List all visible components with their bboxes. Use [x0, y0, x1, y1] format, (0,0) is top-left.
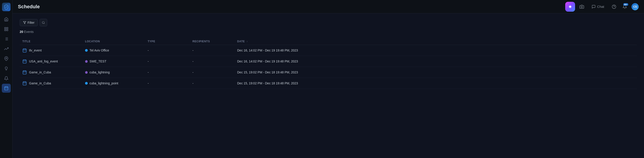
- cell-recipients-1: -: [190, 56, 234, 67]
- content-area: Filter 20 Events TITLE: [12, 14, 644, 158]
- cell-date-3: Dec 15, 19:02 PM - Dec 18 19:48 PM, 2023: [234, 78, 637, 89]
- cell-location-1: SWE_TEST: [82, 56, 145, 67]
- app-logo[interactable]: [2, 3, 10, 11]
- sidebar-item-notifications[interactable]: [2, 74, 11, 83]
- topbar: Schedule: [12, 0, 644, 14]
- sidebar-item-location[interactable]: [2, 54, 11, 63]
- col-header-location: LOCATION: [82, 38, 145, 45]
- table-row[interactable]: tlv_event Tel Aviv Office - - Dec 16, 14…: [20, 45, 637, 56]
- events-label: Events: [24, 30, 34, 34]
- table-row[interactable]: Game_in_Cuba cuba_lightning_point - - De…: [20, 78, 637, 89]
- svg-point-17: [612, 5, 616, 8]
- cell-location-0: Tel Aviv Office: [82, 45, 145, 56]
- topbar-actions: Chat 99+ CS: [565, 2, 639, 12]
- svg-rect-11: [4, 86, 8, 90]
- col-header-date[interactable]: DATE ↑: [234, 38, 637, 45]
- table-row[interactable]: USA_anti_fog_event SWE_TEST - - Dec 16, …: [20, 56, 637, 67]
- svg-rect-34: [23, 82, 26, 85]
- notifications-badge: 99+: [623, 3, 628, 6]
- help-button[interactable]: [610, 3, 618, 11]
- cell-type-0: -: [145, 45, 190, 56]
- svg-rect-3: [4, 30, 6, 31]
- sidebar-item-trending[interactable]: [2, 44, 11, 53]
- cell-recipients-2: -: [190, 67, 234, 78]
- cell-recipients-0: -: [190, 45, 234, 56]
- cell-date-0: Dec 16, 14:02 PM - Dec 19 19:48 PM, 2023: [234, 45, 637, 56]
- cell-date-1: Dec 16, 14:02 PM - Dec 19 19:48 PM, 2023: [234, 56, 637, 67]
- cell-title-1: USA_anti_fog_event: [20, 56, 82, 67]
- svg-line-21: [44, 23, 45, 24]
- sidebar-item-ideas[interactable]: [2, 64, 11, 73]
- cell-recipients-3: -: [190, 78, 234, 89]
- cell-title-3: Game_in_Cuba: [20, 78, 82, 89]
- cell-location-3: cuba_lightning_point: [82, 78, 145, 89]
- sidebar-item-home[interactable]: [2, 15, 11, 24]
- svg-rect-0: [4, 28, 6, 29]
- location-dot-icon: [85, 49, 88, 52]
- col-header-title: TITLE: [20, 38, 82, 45]
- chat-button[interactable]: Chat: [588, 3, 607, 10]
- sidebar-item-list[interactable]: [2, 34, 11, 44]
- location-dot-icon: [85, 71, 88, 74]
- search-button[interactable]: [40, 19, 47, 26]
- svg-rect-1: [6, 28, 8, 29]
- filter-button[interactable]: Filter: [20, 19, 38, 26]
- location-dot-icon: [85, 82, 88, 84]
- sidebar-nav: [0, 15, 12, 155]
- cell-title-0: tlv_event: [20, 45, 82, 56]
- avatar[interactable]: CS: [632, 3, 639, 10]
- events-number: 20: [20, 30, 23, 34]
- cell-type-1: -: [145, 56, 190, 67]
- cell-title-2: Game_in_Cuba: [20, 67, 82, 78]
- sidebar-item-analytics[interactable]: [2, 24, 11, 34]
- svg-point-10: [6, 58, 7, 59]
- col-header-type: TYPE: [145, 38, 190, 45]
- chat-label: Chat: [597, 5, 604, 8]
- svg-rect-22: [23, 49, 26, 52]
- page-title: Schedule: [18, 4, 40, 10]
- cell-type-2: -: [145, 67, 190, 78]
- sidebar-item-schedule[interactable]: [2, 84, 11, 93]
- svg-rect-26: [23, 60, 26, 63]
- sort-arrow-icon: ↑: [246, 40, 248, 43]
- main-content: Schedule: [12, 0, 644, 158]
- svg-marker-19: [23, 22, 26, 24]
- svg-rect-30: [23, 71, 26, 74]
- notifications-button[interactable]: 99+: [621, 3, 629, 11]
- table-row[interactable]: Game_in_Cuba cuba_lightning - - Dec 15, …: [20, 67, 637, 78]
- svg-point-16: [581, 6, 583, 8]
- schedule-table: TITLE LOCATION TYPE RECIPIENTS DATE ↑: [20, 38, 637, 89]
- toolbar: Filter: [20, 19, 637, 26]
- col-header-recipients: RECIPIENTS: [190, 38, 234, 45]
- location-dot-icon: [85, 60, 88, 63]
- svg-point-20: [42, 22, 44, 24]
- cell-location-2: cuba_lightning: [82, 67, 145, 78]
- filter-label: Filter: [28, 21, 34, 24]
- ai-button[interactable]: [565, 2, 575, 12]
- sidebar: [0, 0, 12, 158]
- cell-type-3: -: [145, 78, 190, 89]
- events-count: 20 Events: [20, 30, 637, 34]
- svg-rect-2: [6, 30, 8, 31]
- capture-button[interactable]: [578, 3, 586, 11]
- cell-date-2: Dec 15, 19:02 PM - Dec 18 19:48 PM, 2023: [234, 67, 637, 78]
